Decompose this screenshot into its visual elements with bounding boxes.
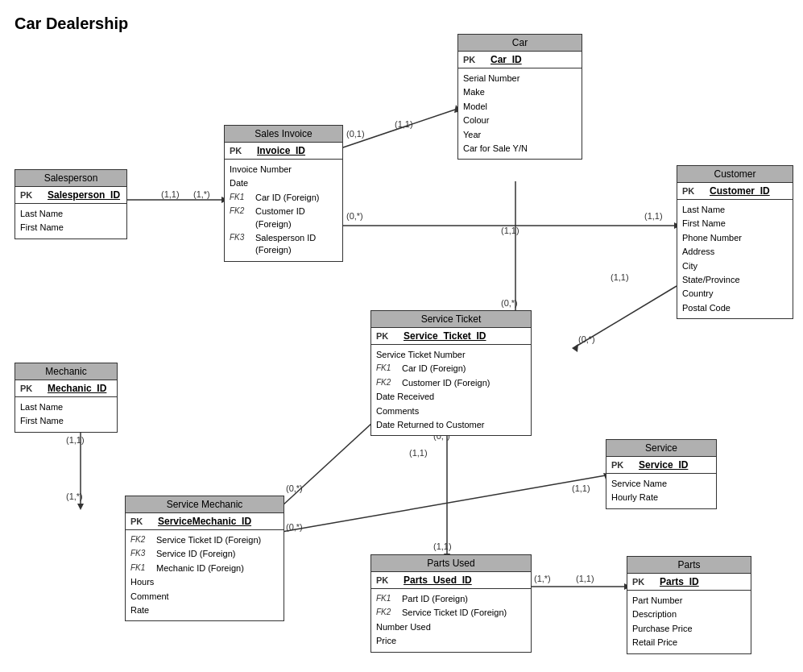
entity-service-ticket: Service Ticket PK Service_Ticket_ID Serv… [370, 310, 532, 436]
mech-field-1: First Name [20, 414, 112, 428]
entity-salesperson-header: Salesperson [15, 170, 126, 187]
entity-parts-body: Part Number Description Purchase Price R… [627, 591, 751, 653]
page-title: Car Dealership [14, 15, 128, 33]
st-pk-label: PK [376, 331, 399, 341]
card-sm-svc-left: (0,*) [286, 522, 303, 532]
parts-field-0: Part Number [632, 594, 746, 608]
st-field-3: Date Received [376, 390, 526, 404]
car-pk-label: PK [463, 55, 486, 64]
si-field-3: FK2 Customer ID (Foreign) [230, 205, 337, 231]
card-mech-sm-top: (1,1) [66, 435, 85, 445]
card-customer-st-bottom: (0,*) [578, 334, 595, 344]
salesperson-pk-field: Salesperson_ID [48, 189, 120, 201]
card-invoice-customer-left: (0,*) [346, 211, 363, 221]
sm-field-4: Comment [130, 590, 279, 604]
entity-customer-header: Customer [677, 166, 793, 183]
card-invoice-customer-right: (1,1) [644, 211, 663, 221]
entity-parts-used-header: Parts Used [371, 555, 531, 572]
sm-field-0: FK2 Service Ticket ID (Foreign) [130, 533, 279, 547]
pu-field-2: Number Used [376, 620, 526, 634]
cust-pk-field: Customer_ID [710, 185, 770, 197]
entity-parts-header: Parts [627, 557, 751, 574]
entity-salesperson: Salesperson PK Salesperson_ID Last Name … [14, 169, 127, 239]
st-field-4: Comments [376, 404, 526, 418]
sm-field-3: Hours [130, 575, 279, 589]
entity-salesperson-body: Last Name First Name [15, 204, 126, 239]
cust-field-3: Address [682, 245, 788, 259]
entity-service-mechanic-pk: PK ServiceMechanic_ID [126, 513, 284, 530]
sp-field-1: First Name [20, 221, 122, 234]
si-field-1: Date [230, 176, 337, 190]
entity-mechanic-body: Last Name First Name [15, 397, 117, 432]
sm-field-2: FK1 Mechanic ID (Foreign) [130, 562, 279, 575]
svc-field-0: Service Name [611, 477, 711, 491]
parts-pk-label: PK [632, 577, 655, 587]
cust-field-5: State/Province [682, 273, 788, 287]
entity-service-ticket-header: Service Ticket [371, 311, 531, 328]
car-field-4: Year [463, 128, 577, 142]
card-invoice-car-right: (1,1) [395, 119, 413, 129]
card-car-serviceticket-bottom: (0,*) [501, 298, 518, 308]
entity-parts-pk: PK Parts_ID [627, 574, 751, 591]
car-field-1: Make [463, 85, 577, 99]
entity-car: Car PK Car_ID Serial Number Make Model C… [457, 34, 582, 160]
entity-service-pk: PK Service_ID [606, 457, 716, 474]
entity-service-mechanic: Service Mechanic PK ServiceMechanic_ID F… [125, 496, 284, 621]
parts-field-3: Retail Price [632, 636, 746, 649]
entity-sales-invoice-header: Sales Invoice [225, 126, 342, 143]
sm-pk-label: PK [130, 516, 153, 526]
entity-customer-body: Last Name First Name Phone Number Addres… [677, 200, 793, 318]
parts-field-2: Purchase Price [632, 622, 746, 636]
pu-pk-field: Parts_Used_ID [404, 575, 472, 586]
cust-field-0: Last Name [682, 203, 788, 217]
entity-service-body: Service Name Hourly Rate [606, 474, 716, 508]
card-salesperson-invoice-left: (1,1) [161, 189, 180, 199]
entity-service-ticket-pk: PK Service_Ticket_ID [371, 328, 531, 345]
cust-field-1: First Name [682, 217, 788, 230]
mech-field-0: Last Name [20, 400, 112, 414]
cust-field-6: Country [682, 287, 788, 301]
entity-parts: Parts PK Parts_ID Part Number Descriptio… [627, 556, 751, 654]
entity-car-body: Serial Number Make Model Colour Year Car… [458, 68, 582, 159]
si-field-2: FK1 Car ID (Foreign) [230, 191, 337, 205]
card-car-serviceticket-top: (1,1) [501, 226, 519, 235]
svg-marker-10 [572, 344, 578, 352]
sm-field-1: FK3 Service ID (Foreign) [130, 547, 279, 561]
car-pk-field: Car_ID [490, 54, 522, 65]
car-field-0: Serial Number [463, 72, 577, 85]
salesperson-pk-label: PK [20, 190, 43, 200]
card-mech-sm-bottom: (1,*) [66, 492, 83, 501]
pu-field-3: Price [376, 634, 526, 648]
cust-field-4: City [682, 259, 788, 273]
card-pu-parts-right: (1,1) [576, 574, 594, 583]
entity-car-pk: PK Car_ID [458, 52, 582, 68]
entity-salesperson-pk: PK Salesperson_ID [15, 187, 126, 204]
cust-pk-label: PK [682, 186, 705, 196]
entity-service-mechanic-body: FK2 Service Ticket ID (Foreign) FK3 Serv… [126, 530, 284, 620]
entity-parts-used: Parts Used PK Parts_Used_ID FK1 Part ID … [370, 554, 532, 653]
pu-field-0: FK1 Part ID (Foreign) [376, 592, 526, 606]
card-sm-st-right: (1,1) [409, 448, 428, 458]
st-field-2: FK2 Customer ID (Foreign) [376, 376, 526, 390]
svc-pk-label: PK [611, 460, 634, 470]
car-field-5: Car for Sale Y/N [463, 142, 577, 156]
svc-field-1: Hourly Rate [611, 491, 711, 504]
entity-customer: Customer PK Customer_ID Last Name First … [677, 165, 793, 319]
entity-service-header: Service [606, 440, 716, 457]
card-invoice-car-left: (0,1) [346, 129, 365, 139]
parts-field-1: Description [632, 608, 746, 621]
svg-line-15 [282, 475, 606, 532]
pu-pk-label: PK [376, 575, 399, 585]
cust-field-2: Phone Number [682, 231, 788, 245]
entity-sales-invoice: Sales Invoice PK Invoice_ID Invoice Numb… [224, 125, 343, 262]
svg-marker-12 [77, 504, 84, 510]
si-pk-field: Invoice_ID [257, 145, 305, 156]
si-field-4: FK3 Salesperson ID (Foreign) [230, 231, 337, 258]
entity-car-header: Car [458, 35, 582, 52]
mech-pk-field: Mechanic_ID [48, 383, 106, 394]
entity-mechanic-header: Mechanic [15, 363, 117, 380]
entity-service-mechanic-header: Service Mechanic [126, 496, 284, 513]
car-field-3: Colour [463, 114, 577, 127]
sm-pk-field: ServiceMechanic_ID [158, 516, 251, 527]
card-pu-parts-left: (1,*) [534, 574, 551, 583]
